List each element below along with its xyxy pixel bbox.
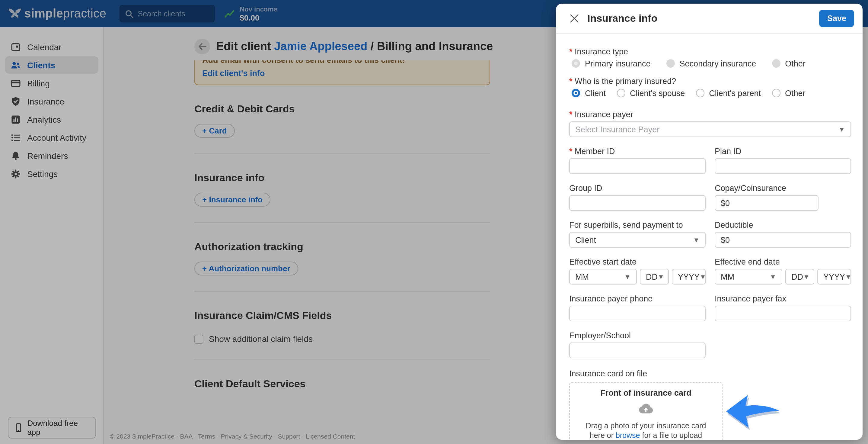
- insurance-payer-label: Insurance payer: [569, 110, 851, 119]
- radio-label: Client's parent: [709, 89, 761, 97]
- end-year-select[interactable]: YYYY▼: [817, 269, 851, 285]
- drawer-title: Insurance info: [587, 12, 657, 25]
- copay-label: Copay/Coinsurance: [715, 184, 851, 193]
- radio-clients-spouse[interactable]: [617, 89, 625, 97]
- employer-school-label: Employer/School: [569, 331, 706, 340]
- payer-fax-label: Insurance payer fax: [715, 294, 851, 303]
- primary-insured-radios: Client Client's spouse Client's parent O…: [571, 88, 851, 98]
- dropzone-instructions: Drag a photo of your insurance card here…: [570, 421, 722, 440]
- radio-label: Client: [585, 89, 606, 97]
- dropzone-title: Front of insurance card: [570, 388, 722, 397]
- radio-label: Other: [785, 89, 806, 97]
- radio-insurance-other[interactable]: [772, 59, 780, 68]
- radio-primary-insurance[interactable]: [571, 59, 580, 68]
- primary-insured-label: Who is the primary insured?: [569, 77, 851, 86]
- payer-fax-input[interactable]: [715, 306, 851, 321]
- radio-client[interactable]: [571, 89, 580, 97]
- chevron-down-icon: ▼: [624, 273, 631, 280]
- radio-label: Primary insurance: [585, 59, 651, 68]
- chevron-down-icon: ▼: [845, 273, 852, 280]
- insurance-type-label: Insurance type: [569, 47, 851, 56]
- radio-clients-parent[interactable]: [696, 89, 704, 97]
- radio-label: Secondary insurance: [680, 59, 756, 68]
- start-month-select[interactable]: MM▼: [569, 269, 637, 285]
- radio-insured-other[interactable]: [772, 89, 780, 97]
- radio-label: Client's spouse: [630, 89, 685, 97]
- cloud-upload-icon: [638, 402, 654, 414]
- copay-input[interactable]: [715, 195, 818, 211]
- insurance-type-radios: Primary insurance Secondary insurance Ot…: [571, 59, 851, 68]
- chevron-down-icon: ▼: [693, 236, 700, 243]
- superbills-select[interactable]: Client ▼: [569, 232, 706, 248]
- group-id-input[interactable]: [569, 195, 706, 211]
- card-on-file-label: Insurance card on file: [569, 369, 851, 378]
- superbills-label: For superbills, send payment to: [569, 220, 706, 230]
- end-date-label: Effective end date: [715, 257, 851, 266]
- browse-link[interactable]: browse: [616, 431, 640, 440]
- drawer-save-button[interactable]: Save: [819, 10, 854, 27]
- insurance-card-dropzone[interactable]: Front of insurance card Drag a photo of …: [569, 382, 722, 440]
- insurance-form: Insurance type Primary insurance Seconda…: [556, 34, 863, 440]
- chevron-down-icon: ▼: [838, 126, 845, 133]
- chevron-down-icon: ▼: [700, 273, 706, 280]
- insurance-info-drawer: Insurance info Save Insurance type Prima…: [556, 4, 863, 440]
- end-month-select[interactable]: MM▼: [715, 269, 782, 285]
- insurance-payer-select[interactable]: Select Insurance Payer ▼: [569, 121, 851, 137]
- group-id-label: Group ID: [569, 184, 706, 193]
- chevron-down-icon: ▼: [770, 273, 776, 280]
- chevron-down-icon: ▼: [803, 273, 810, 280]
- start-date-label: Effective start date: [569, 257, 706, 266]
- screen: simplepractice Nov income $0.00 Calendar…: [0, 0, 868, 444]
- plan-id-input[interactable]: [715, 158, 851, 174]
- radio-secondary-insurance[interactable]: [666, 59, 675, 68]
- payer-phone-input[interactable]: [569, 306, 706, 321]
- plan-id-label: Plan ID: [715, 147, 851, 156]
- deductible-label: Deductible: [715, 220, 851, 230]
- member-id-input[interactable]: [569, 158, 706, 174]
- end-day-select[interactable]: DD▼: [785, 269, 814, 285]
- payer-phone-label: Insurance payer phone: [569, 294, 706, 303]
- member-id-label: Member ID: [569, 147, 706, 156]
- deductible-input[interactable]: [715, 232, 851, 248]
- annotation-arrow-icon: [725, 393, 780, 431]
- start-year-select[interactable]: YYYY▼: [672, 269, 706, 285]
- chevron-down-icon: ▼: [658, 273, 664, 280]
- radio-label: Other: [785, 59, 806, 68]
- start-day-select[interactable]: DD▼: [640, 269, 669, 285]
- close-icon[interactable]: [568, 12, 580, 25]
- employer-school-input[interactable]: [569, 343, 706, 358]
